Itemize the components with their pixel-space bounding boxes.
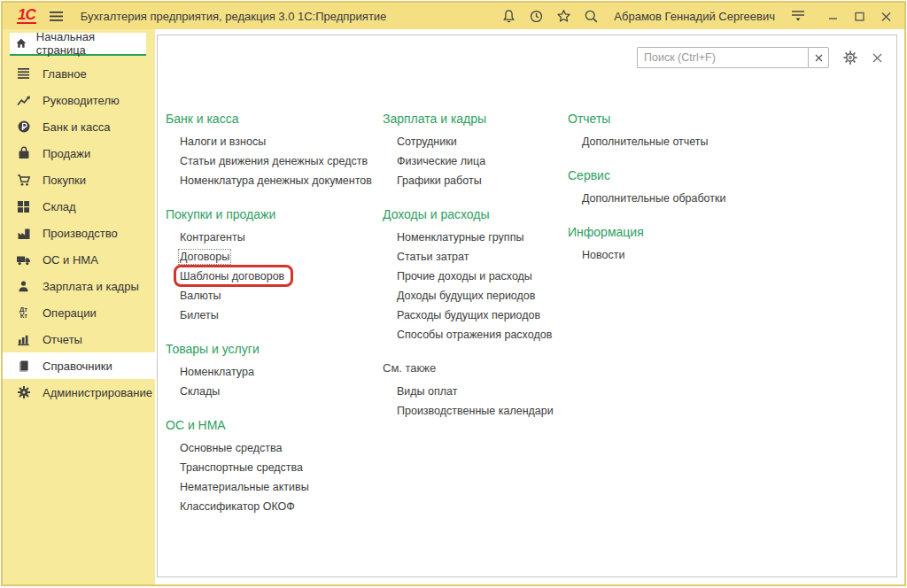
sidebar-item-os-i-nma[interactable]: ОС и НМА: [3, 246, 155, 273]
close-panel-button[interactable]: [872, 53, 882, 63]
nav-link[interactable]: Дополнительные отчеты: [582, 132, 709, 151]
sidebar-item-label: ОС и НМА: [43, 253, 98, 267]
close-icon: [880, 11, 892, 22]
sidebar-item-operacii[interactable]: ДтКт Операции: [3, 299, 155, 326]
nav-link[interactable]: Номенклатура: [180, 362, 254, 382]
functions-panel: Банк и касса Налоги и взносы Статьи движ…: [157, 35, 897, 577]
title-bar: 1С Бухгалтерия предприятия, редакция 3.0…: [3, 3, 904, 29]
current-user[interactable]: Абрамов Геннадий Сергеевич: [614, 10, 775, 23]
sidebar-item-bank-i-kassa[interactable]: Банк и касса: [3, 113, 155, 140]
content-column-3: Отчеты Дополнительные отчеты Сервис Допо…: [568, 110, 896, 280]
service-settings-button[interactable]: [788, 6, 808, 26]
section-title[interactable]: Зарплата и кадры: [383, 110, 486, 128]
nav-link[interactable]: Номенклатурные группы: [397, 228, 523, 247]
nav-link[interactable]: Дополнительные обработки: [582, 189, 725, 208]
sidebar-item-zarplata-i-kadry[interactable]: Зарплата и кадры: [3, 273, 155, 299]
sidebar-item-sklad[interactable]: Склад: [3, 193, 155, 220]
close-icon: [872, 53, 882, 63]
nav-link[interactable]: Графики работы: [397, 171, 482, 190]
chart-icon: [16, 332, 31, 347]
truck-icon: [16, 252, 31, 267]
content-column-1: Банк и касса Налоги и взносы Статьи движ…: [166, 110, 383, 531]
section-sm-takzhe: См. также Виды оплат Производственные ка…: [383, 360, 568, 421]
section-title[interactable]: Доходы и расходы: [383, 205, 490, 223]
nav-link[interactable]: Нематериальные активы: [180, 477, 309, 497]
sidebar-item-administrirovanie[interactable]: Администрирование: [3, 379, 155, 406]
nav-link[interactable]: Сотрудники: [397, 132, 457, 151]
nav-link[interactable]: Статьи движения денежных средств: [180, 151, 368, 171]
sidebar-item-glavnoe[interactable]: Главное: [3, 60, 155, 87]
minimize-button[interactable]: [823, 6, 842, 26]
nav-link[interactable]: Статьи затрат: [397, 247, 469, 267]
sidebar-item-label: Зарплата и кадры: [43, 280, 139, 293]
sidebar-item-label: Отчеты: [43, 333, 82, 346]
history-icon: [529, 9, 544, 24]
sidebar-item-proizvodstvo[interactable]: Производство: [3, 220, 155, 246]
nav-link[interactable]: Налоги и взносы: [180, 132, 266, 151]
favorites-button[interactable]: [554, 6, 573, 26]
section-servis: Сервис Дополнительные обработки: [568, 166, 896, 208]
section-tovary-i-uslugi: Товары и услуги Номенклатура Склады: [166, 340, 383, 401]
nav-link[interactable]: Валюты: [180, 286, 221, 306]
search-input[interactable]: [637, 47, 808, 68]
section-title[interactable]: ОС и НМА: [166, 416, 226, 434]
main-menu-button[interactable]: [47, 6, 66, 26]
cart-icon: [16, 173, 31, 188]
dtkt-icon: ДтКт: [16, 306, 31, 321]
section-title[interactable]: Отчеты: [568, 110, 610, 128]
bell-icon: [501, 9, 516, 24]
nav-link[interactable]: Основные средства: [180, 438, 282, 458]
home-icon: [15, 37, 27, 50]
sidebar-item-pokupki[interactable]: Покупки: [3, 166, 155, 193]
section-title[interactable]: Покупки и продажи: [166, 205, 275, 223]
maximize-button[interactable]: [849, 6, 869, 26]
sidebar-item-label: Операции: [43, 306, 97, 320]
section-title[interactable]: Информация: [568, 223, 644, 241]
nav-link[interactable]: Склады: [180, 382, 220, 401]
sidebar-item-label: Руководителю: [43, 94, 120, 107]
nav-link[interactable]: Классификатор ОКОФ: [180, 497, 295, 516]
nav-link[interactable]: Физические лица: [397, 151, 485, 171]
nav-link-dogovory[interactable]: Договоры: [180, 247, 229, 267]
global-search-button[interactable]: [581, 6, 601, 26]
menu-lines-icon: [16, 66, 31, 81]
sidebar-item-otchety[interactable]: Отчеты: [3, 326, 155, 352]
nav-link[interactable]: Расходы будущих периодов: [397, 306, 540, 325]
nav-link[interactable]: Производственные календари: [397, 401, 554, 421]
sidebar-item-label: Администрирование: [43, 386, 152, 399]
nav-link[interactable]: Способы отражения расходов: [397, 325, 552, 344]
nav-link[interactable]: Прочие доходы и расходы: [397, 267, 532, 286]
clear-search-button[interactable]: [808, 47, 829, 68]
nav-link[interactable]: Контрагенты: [180, 228, 245, 247]
gear-icon: [842, 50, 858, 66]
sidebar-item-spravochniki[interactable]: Справочники: [3, 352, 155, 379]
sidebar-item-label: Производство: [43, 227, 118, 240]
section-bank-i-kassa: Банк и касса Налоги и взносы Статьи движ…: [166, 110, 383, 190]
panel-settings-button[interactable]: [842, 50, 858, 66]
1c-logo-icon: 1С: [17, 8, 36, 24]
app-window: 1С Бухгалтерия предприятия, редакция 3.0…: [1, 1, 906, 586]
nav-link[interactable]: Доходы будущих периодов: [397, 286, 535, 306]
service-menu-icon: [791, 10, 805, 22]
section-title[interactable]: Сервис: [568, 166, 610, 184]
notifications-button[interactable]: [499, 6, 518, 26]
close-window-button[interactable]: [876, 6, 895, 26]
trend-icon: [16, 93, 31, 108]
nav-link[interactable]: Номенклатура денежных документов: [180, 171, 372, 190]
section-title[interactable]: Банк и касса: [166, 110, 238, 128]
nav-link[interactable]: Новости: [582, 245, 624, 265]
section-informaciya: Информация Новости: [568, 223, 896, 265]
nav-link[interactable]: Транспортные средства: [180, 458, 303, 477]
nav-link-shablony-dogovorov[interactable]: Шаблоны договоров: [180, 267, 284, 286]
section-title[interactable]: Товары и услуги: [166, 340, 260, 358]
sidebar-item-label: Банк и касса: [43, 120, 111, 134]
nav-link[interactable]: Билеты: [180, 306, 219, 325]
home-page-tab[interactable]: Начальная страница: [10, 33, 146, 56]
section-dokhody-i-raskhody: Доходы и расходы Номенклатурные группы С…: [383, 205, 568, 344]
sidebar-item-rukovoditelyu[interactable]: Руководителю: [3, 87, 155, 113]
nav-link[interactable]: Виды оплат: [397, 382, 458, 401]
content-column-2: Зарплата и кадры Сотрудники Физические л…: [383, 110, 568, 436]
person-icon: [16, 279, 31, 294]
sidebar-item-prodazhi[interactable]: Продажи: [3, 140, 155, 166]
history-button[interactable]: [526, 6, 546, 26]
